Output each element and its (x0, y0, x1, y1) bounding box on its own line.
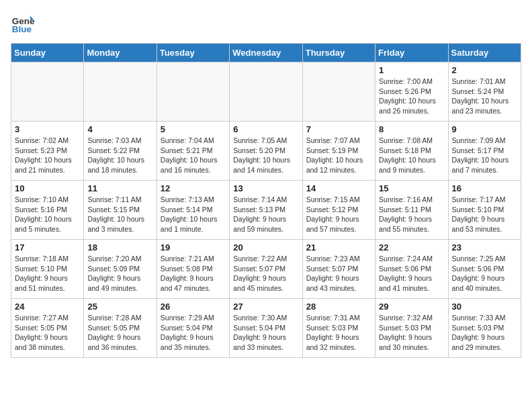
calendar-day: 8Sunrise: 7:08 AM Sunset: 5:18 PM Daylig… (375, 122, 448, 181)
day-number: 28 (306, 302, 371, 312)
day-number: 7 (306, 124, 371, 134)
day-info: Sunrise: 7:03 AM Sunset: 5:22 PM Dayligh… (87, 136, 152, 175)
day-info: Sunrise: 7:31 AM Sunset: 5:03 PM Dayligh… (306, 313, 371, 353)
day-info: Sunrise: 7:27 AM Sunset: 5:05 PM Dayligh… (15, 313, 80, 353)
weekday-header: Saturday (448, 44, 521, 62)
weekday-header: Thursday (302, 44, 375, 62)
day-number: 10 (15, 183, 80, 193)
day-number: 14 (306, 183, 371, 193)
day-info: Sunrise: 7:00 AM Sunset: 5:26 PM Dayligh… (379, 77, 444, 116)
day-info: Sunrise: 7:23 AM Sunset: 5:07 PM Dayligh… (306, 254, 371, 293)
calendar-day: 5Sunrise: 7:04 AM Sunset: 5:21 PM Daylig… (157, 122, 229, 181)
day-number: 24 (15, 302, 80, 312)
calendar-body: 1Sunrise: 7:00 AM Sunset: 5:26 PM Daylig… (11, 62, 521, 358)
day-info: Sunrise: 7:28 AM Sunset: 5:05 PM Dayligh… (87, 313, 152, 353)
day-info: Sunrise: 7:24 AM Sunset: 5:06 PM Dayligh… (379, 254, 444, 293)
day-number: 1 (379, 65, 444, 75)
calendar-day: 12Sunrise: 7:13 AM Sunset: 5:14 PM Dayli… (157, 181, 229, 240)
day-info: Sunrise: 7:14 AM Sunset: 5:13 PM Dayligh… (233, 195, 298, 234)
day-number: 13 (233, 183, 298, 193)
calendar-day: 26Sunrise: 7:29 AM Sunset: 5:04 PM Dayli… (157, 299, 229, 358)
day-number: 21 (306, 242, 371, 253)
day-number: 8 (379, 124, 444, 134)
calendar-day: 27Sunrise: 7:30 AM Sunset: 5:04 PM Dayli… (230, 299, 302, 358)
day-info: Sunrise: 7:32 AM Sunset: 5:03 PM Dayligh… (379, 313, 444, 353)
calendar-day: 19Sunrise: 7:21 AM Sunset: 5:08 PM Dayli… (157, 240, 229, 299)
calendar-day: 4Sunrise: 7:03 AM Sunset: 5:22 PM Daylig… (84, 122, 157, 181)
day-number: 2 (452, 65, 517, 75)
weekday-header: Wednesday (230, 44, 302, 62)
day-info: Sunrise: 7:22 AM Sunset: 5:07 PM Dayligh… (233, 254, 298, 293)
calendar-day: 15Sunrise: 7:16 AM Sunset: 5:11 PM Dayli… (375, 181, 448, 240)
day-number: 5 (161, 124, 226, 134)
day-info: Sunrise: 7:05 AM Sunset: 5:20 PM Dayligh… (233, 136, 298, 175)
day-number: 4 (87, 124, 152, 134)
calendar-day: 2Sunrise: 7:01 AM Sunset: 5:24 PM Daylig… (448, 62, 521, 122)
day-info: Sunrise: 7:25 AM Sunset: 5:06 PM Dayligh… (452, 254, 517, 293)
day-number: 16 (452, 183, 517, 193)
calendar-day: 23Sunrise: 7:25 AM Sunset: 5:06 PM Dayli… (448, 240, 521, 299)
day-info: Sunrise: 7:04 AM Sunset: 5:21 PM Dayligh… (161, 136, 226, 175)
day-number: 11 (87, 183, 152, 193)
calendar-day (230, 62, 302, 122)
calendar-week: 24Sunrise: 7:27 AM Sunset: 5:05 PM Dayli… (11, 299, 521, 358)
calendar-day: 25Sunrise: 7:28 AM Sunset: 5:05 PM Dayli… (84, 299, 157, 358)
day-number: 15 (379, 183, 444, 193)
calendar-day: 10Sunrise: 7:10 AM Sunset: 5:16 PM Dayli… (11, 181, 84, 240)
calendar-day (157, 62, 229, 122)
svg-text:Blue: Blue (12, 24, 32, 34)
day-info: Sunrise: 7:09 AM Sunset: 5:17 PM Dayligh… (452, 136, 517, 175)
calendar-day: 30Sunrise: 7:33 AM Sunset: 5:03 PM Dayli… (448, 299, 521, 358)
calendar-week: 1Sunrise: 7:00 AM Sunset: 5:26 PM Daylig… (11, 62, 521, 122)
day-info: Sunrise: 7:17 AM Sunset: 5:10 PM Dayligh… (452, 195, 517, 234)
calendar-week: 10Sunrise: 7:10 AM Sunset: 5:16 PM Dayli… (11, 181, 521, 240)
day-info: Sunrise: 7:13 AM Sunset: 5:14 PM Dayligh… (161, 195, 226, 234)
day-number: 29 (379, 302, 444, 312)
calendar-day: 17Sunrise: 7:18 AM Sunset: 5:10 PM Dayli… (11, 240, 84, 299)
day-number: 23 (452, 242, 517, 253)
day-info: Sunrise: 7:16 AM Sunset: 5:11 PM Dayligh… (379, 195, 444, 234)
day-number: 18 (87, 242, 152, 253)
calendar-day: 20Sunrise: 7:22 AM Sunset: 5:07 PM Dayli… (230, 240, 302, 299)
calendar-day: 9Sunrise: 7:09 AM Sunset: 5:17 PM Daylig… (448, 122, 521, 181)
day-info: Sunrise: 7:08 AM Sunset: 5:18 PM Dayligh… (379, 136, 444, 175)
day-number: 22 (379, 242, 444, 253)
weekday-header: Monday (84, 44, 157, 62)
calendar-day: 24Sunrise: 7:27 AM Sunset: 5:05 PM Dayli… (11, 299, 84, 358)
page-header: General Blue (11, 11, 521, 35)
day-info: Sunrise: 7:33 AM Sunset: 5:03 PM Dayligh… (452, 313, 517, 353)
calendar-day: 16Sunrise: 7:17 AM Sunset: 5:10 PM Dayli… (448, 181, 521, 240)
day-info: Sunrise: 7:01 AM Sunset: 5:24 PM Dayligh… (452, 77, 517, 116)
day-number: 25 (87, 302, 152, 312)
logo: General Blue (11, 11, 35, 35)
calendar-day: 11Sunrise: 7:11 AM Sunset: 5:15 PM Dayli… (84, 181, 157, 240)
calendar-day: 28Sunrise: 7:31 AM Sunset: 5:03 PM Dayli… (302, 299, 375, 358)
calendar-week: 17Sunrise: 7:18 AM Sunset: 5:10 PM Dayli… (11, 240, 521, 299)
day-info: Sunrise: 7:07 AM Sunset: 5:19 PM Dayligh… (306, 136, 371, 175)
calendar-day: 1Sunrise: 7:00 AM Sunset: 5:26 PM Daylig… (375, 62, 448, 122)
weekday-header: Tuesday (157, 44, 229, 62)
calendar-day: 14Sunrise: 7:15 AM Sunset: 5:12 PM Dayli… (302, 181, 375, 240)
day-number: 30 (452, 302, 517, 312)
day-number: 27 (233, 302, 298, 312)
day-number: 12 (161, 183, 226, 193)
calendar-day (11, 62, 84, 122)
day-number: 26 (161, 302, 226, 312)
calendar: SundayMondayTuesdayWednesdayThursdayFrid… (11, 43, 521, 358)
calendar-day: 13Sunrise: 7:14 AM Sunset: 5:13 PM Dayli… (230, 181, 302, 240)
calendar-day: 21Sunrise: 7:23 AM Sunset: 5:07 PM Dayli… (302, 240, 375, 299)
day-number: 9 (452, 124, 517, 134)
calendar-day (302, 62, 375, 122)
day-of-week-header: SundayMondayTuesdayWednesdayThursdayFrid… (11, 44, 521, 62)
logo-icon: General Blue (11, 11, 35, 35)
day-number: 19 (161, 242, 226, 253)
day-info: Sunrise: 7:30 AM Sunset: 5:04 PM Dayligh… (233, 313, 298, 353)
day-number: 6 (233, 124, 298, 134)
day-info: Sunrise: 7:29 AM Sunset: 5:04 PM Dayligh… (161, 313, 226, 353)
calendar-day: 22Sunrise: 7:24 AM Sunset: 5:06 PM Dayli… (375, 240, 448, 299)
day-number: 3 (15, 124, 80, 134)
calendar-day: 29Sunrise: 7:32 AM Sunset: 5:03 PM Dayli… (375, 299, 448, 358)
calendar-day: 18Sunrise: 7:20 AM Sunset: 5:09 PM Dayli… (84, 240, 157, 299)
weekday-header: Sunday (11, 44, 84, 62)
calendar-week: 3Sunrise: 7:02 AM Sunset: 5:23 PM Daylig… (11, 122, 521, 181)
